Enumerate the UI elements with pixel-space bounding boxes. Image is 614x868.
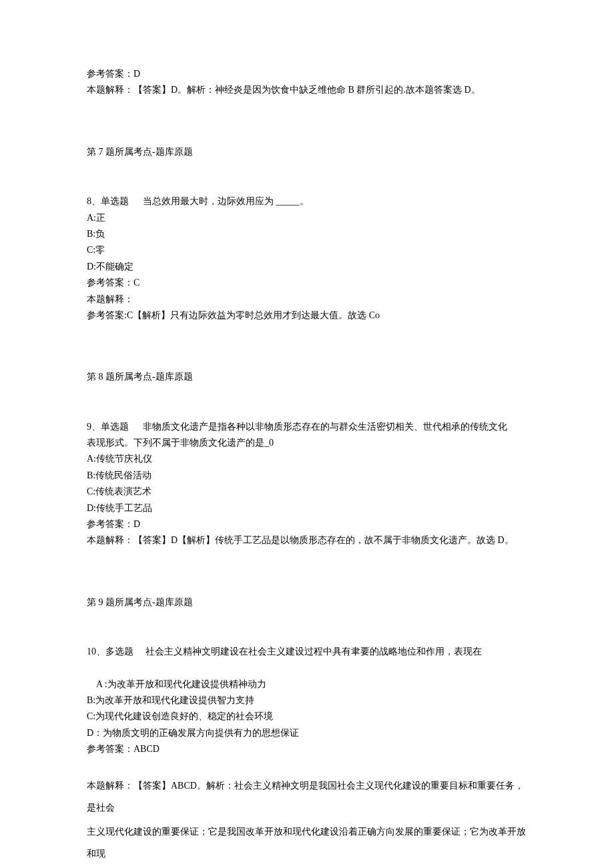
question-7-topic: 第 7 题所属考点-题库原题 [87, 145, 527, 159]
question-stem-line2: 表现形式。下列不属于非物质文化遗产的是_0 [87, 436, 527, 450]
question-10: 10、多选题 社会主义精神文明建设在社会主义建设过程中具有聿要的战略地位和作用，… [87, 644, 527, 868]
option-a: A :为改革开放和现代化建设提供精神动力 [87, 677, 527, 692]
question-number: 10、多选题 [87, 646, 133, 657]
explanation: 本题解释：【答案】D【解析】传统手工艺品是以物质形态存在的，故不属于非物质文化遗… [87, 533, 527, 548]
option-a: A:正 [87, 211, 527, 226]
question-stem: 社会主义精神文明建设在社会主义建设过程中具有聿要的战略地位和作用，表现在 [145, 646, 482, 657]
option-d: D：为物质文明的正确发展方向提供有力的思想保证 [87, 726, 527, 741]
explanation-p1: 本题解释：【答案】ABCD。解析：社会主义精神文明是我国社会主义现代化建设的重要… [87, 775, 527, 819]
option-c: C:为现代化建设创造良好的、稳定的社会环境 [87, 709, 527, 724]
question-stem-line1: 非物质文化遗产是指各种以非物质形态存在的与群众生活密切相关、世代相承的传统文化 [143, 422, 507, 432]
option-b: B:为改革开放和现代化建设提供智力支持 [87, 693, 527, 708]
explanation-p2: 主义现代化建设的重要保证；它是我国改革开放和现代化建设沿着正确方向发展的重要保证… [87, 821, 527, 865]
question-number: 9、单选题 [87, 422, 129, 432]
question-stem: 当总效用最大时，边际效用应为 _____。 [143, 196, 309, 206]
reference-answer: 参考答案：ABCD [87, 742, 527, 757]
option-b: B:传统民俗活动 [87, 468, 527, 483]
question-9: 9、单选题 非物质文化遗产是指各种以非物质形态存在的与群众生活密切相关、世代相承… [87, 420, 527, 548]
explanation-label: 本题解释： [87, 292, 527, 307]
explanation: 本题解释：【答案】D。解析：神经炎是因为饮食中缺乏维他命 B 群所引起的.故本题… [87, 83, 527, 97]
option-a: A:传统节庆礼仪 [87, 452, 527, 466]
question-9-topic: 第 9 题所属考点-题库原题 [87, 595, 527, 610]
reference-answer: 参考答案：C [87, 276, 527, 290]
option-d: D:不能确定 [87, 260, 527, 274]
option-c: C:零 [87, 243, 527, 258]
question-7-continuation: 参考答案：D 本题解释：【答案】D。解析：神经炎是因为饮食中缺乏维他命 B 群所… [87, 67, 527, 98]
question-8: 8、单选题 当总效用最大时，边际效用应为 _____。 A:正 B:负 C:零 … [87, 194, 527, 323]
explanation-body: 参考答案:C【解析】只有边际效益为零时总效用才到达最大值。故选 Co [87, 308, 527, 323]
option-b: B:负 [87, 227, 527, 242]
question-8-topic: 第 8 题所属考点-题库原题 [87, 370, 527, 384]
question-number: 8、单选题 [87, 196, 129, 206]
reference-answer: 参考答案：D [87, 517, 527, 532]
option-c: C:传统表演艺术 [87, 484, 527, 499]
option-d: D:传统手工艺品 [87, 501, 527, 516]
reference-answer: 参考答案：D [87, 67, 527, 81]
